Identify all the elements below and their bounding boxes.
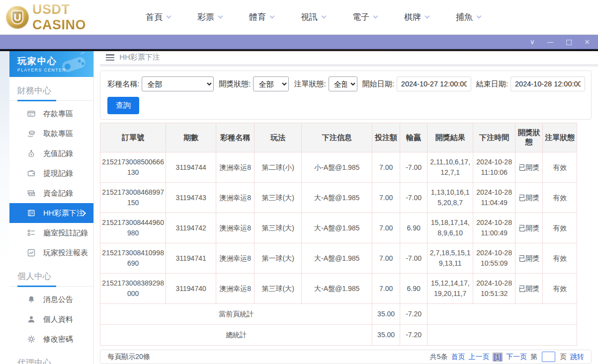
nav-item-4[interactable]: 電子 xyxy=(339,11,391,23)
site-logo[interactable]: U USDT CASINO xyxy=(6,2,121,33)
sidebar-item[interactable]: 修改密碼 xyxy=(9,329,93,349)
start-date-input[interactable] xyxy=(397,76,471,91)
column-header: 玩法 xyxy=(255,123,302,152)
nav-item-label: 首頁 xyxy=(146,11,163,23)
table-cell: 已開獎 xyxy=(515,152,543,183)
table-cell: 31194744 xyxy=(166,152,216,183)
hall-record-icon xyxy=(27,229,35,237)
order-status-label: 注單狀態: xyxy=(294,79,326,89)
sidebar-item[interactable]: HH彩票下注 xyxy=(9,203,93,223)
column-header: 投注額 xyxy=(372,123,400,152)
chevron-down-icon xyxy=(373,14,378,19)
start-date-label: 開始日期: xyxy=(362,79,394,89)
prev-page-link[interactable]: 上一页 xyxy=(468,353,489,362)
summary-bet-total: 35.00 xyxy=(372,325,400,346)
sidebar: 玩家中心 PLAYERS CENTER 財務中心存款專區取款專區充值記錄提現記錄… xyxy=(9,51,94,364)
bell-icon xyxy=(27,295,35,303)
table-cell: 2,7,18,5,15,19,13,11 xyxy=(427,243,473,274)
summary-label: 總統計 xyxy=(100,325,372,346)
table-cell: 第三球(大) xyxy=(255,183,302,213)
nav-item-6[interactable]: 捕魚 xyxy=(442,11,494,23)
column-header: 注單狀態 xyxy=(543,123,577,152)
table-cell: 有效 xyxy=(543,183,577,213)
table-cell: 1,13,10,16,15,20,8,7 xyxy=(427,183,473,213)
table-header-row: 訂單號期數彩種名稱玩法下注信息投注額輸贏開獎結果下注時間開獎狀態注單狀態 xyxy=(100,123,577,152)
table-cell: 6.90 xyxy=(400,213,427,243)
table-cell: 7.00 xyxy=(372,274,400,304)
table-cell: 澳洲幸运8 xyxy=(216,274,255,304)
logo-letter: U xyxy=(11,10,23,24)
search-button[interactable]: 查詢 xyxy=(107,97,139,114)
sidebar-item-label: 資金記錄 xyxy=(43,189,73,198)
table-row: 215217300838929800031194740澳洲幸运8第三球(大)大-… xyxy=(100,274,577,304)
nav-item-1[interactable]: 彩票 xyxy=(184,11,236,23)
table-cell: 大-A盤@1.985 xyxy=(302,274,372,304)
table-cell: 31194741 xyxy=(166,243,216,274)
sidebar-item[interactable]: 提現記錄 xyxy=(9,163,93,183)
menu-icon[interactable] xyxy=(106,53,114,62)
breadcrumb: HH彩票下注 xyxy=(94,51,598,64)
withdraw-icon xyxy=(27,130,35,138)
order-status-select[interactable]: 全部 xyxy=(329,76,357,91)
table-cell: 2024-10-28 10:55:09 xyxy=(473,243,515,274)
table-cell: 已開獎 xyxy=(515,243,543,274)
table-cell: 6.90 xyxy=(400,274,427,304)
table-cell: 第三球(大) xyxy=(255,213,302,243)
sidebar-item-label: 消息公告 xyxy=(43,295,73,304)
table-cell: 2152173008444960980 xyxy=(100,213,166,243)
sidebar-item[interactable]: 廳室投註記錄 xyxy=(9,223,93,243)
bets-table: 訂單號期數彩種名稱玩法下注信息投注額輸贏開獎結果下注時間開獎狀態注單狀態2152… xyxy=(100,123,577,346)
table-cell: 2024-10-28 11:10:06 xyxy=(473,152,515,183)
end-date-input[interactable] xyxy=(511,76,585,91)
table-row: 215217300850066613031194744澳洲幸运8第二球(小)小-… xyxy=(100,152,577,183)
table-cell: 7.00 xyxy=(372,183,400,213)
table-cell: 2,11,10,6,17,12,7,1 xyxy=(427,152,473,183)
window-collapse-icon[interactable]: ∨ xyxy=(530,38,535,45)
first-page-link[interactable]: 首页 xyxy=(451,353,465,362)
report-chart-icon xyxy=(27,249,35,257)
column-header: 彩種名稱 xyxy=(216,123,255,152)
gear-icon xyxy=(27,335,35,343)
summary-row: 總統計35.00-7.20 xyxy=(100,325,577,346)
chevron-down-icon xyxy=(322,14,327,19)
sidebar-item[interactable]: 消息公告 xyxy=(9,290,93,309)
jump-prefix-label: 第 xyxy=(530,353,537,362)
column-header: 下注時間 xyxy=(473,123,515,152)
page-left-margin xyxy=(0,51,9,364)
deposit-card-icon xyxy=(27,110,35,118)
nav-item-5[interactable]: 棋牌 xyxy=(391,11,442,23)
wallet-icon xyxy=(27,169,35,177)
table-cell: 大-A盤@1.985 xyxy=(302,183,372,213)
table-cell: 2024-10-28 10:51:32 xyxy=(473,274,515,304)
window-maximize-icon[interactable]: □ xyxy=(566,38,572,45)
table-cell: 大-A盤@1.985 xyxy=(302,243,372,274)
table-cell: 有效 xyxy=(543,152,577,183)
draw-status-select[interactable]: 全部 xyxy=(253,76,289,91)
sidebar-item[interactable]: 取款專區 xyxy=(9,124,93,144)
jump-button[interactable]: 跳转 xyxy=(570,353,584,362)
section-heading-0: 財務中心 xyxy=(9,77,93,101)
sidebar-item[interactable]: 資金記錄 xyxy=(9,183,93,203)
nav-item-3[interactable]: 視訊 xyxy=(287,11,339,23)
nav-item-label: 視訊 xyxy=(301,11,318,23)
page-jump-input[interactable] xyxy=(542,352,555,362)
sidebar-item[interactable]: 存款專區 xyxy=(9,104,93,124)
draw-status-label: 開獎狀態: xyxy=(219,79,251,89)
window-close-icon[interactable]: × xyxy=(584,38,590,45)
sidebar-item[interactable]: 個人資料 xyxy=(9,309,93,329)
sidebar-item[interactable]: 玩家投注報表 xyxy=(9,243,93,263)
lottery-select[interactable]: 全部 xyxy=(142,76,214,91)
sidebar-item-label: 修改密碼 xyxy=(43,335,73,344)
nav-item-2[interactable]: 體育 xyxy=(236,11,287,23)
players-center-header: 玩家中心 PLAYERS CENTER xyxy=(9,51,93,77)
moneybag-icon xyxy=(27,149,35,157)
summary-winloss-total: -7.20 xyxy=(400,304,427,325)
table-cell: 有效 xyxy=(543,274,577,304)
nav-item-label: 棋牌 xyxy=(404,11,421,23)
sidebar-item-label: 玩家投注報表 xyxy=(43,248,88,258)
next-page-link[interactable]: 下一页 xyxy=(506,353,527,362)
window-minimize-icon[interactable]: — xyxy=(547,38,554,45)
summary-bet-total: 35.00 xyxy=(372,304,400,325)
sidebar-item[interactable]: 充值記錄 xyxy=(9,144,93,163)
nav-item-0[interactable]: 首頁 xyxy=(132,11,184,23)
